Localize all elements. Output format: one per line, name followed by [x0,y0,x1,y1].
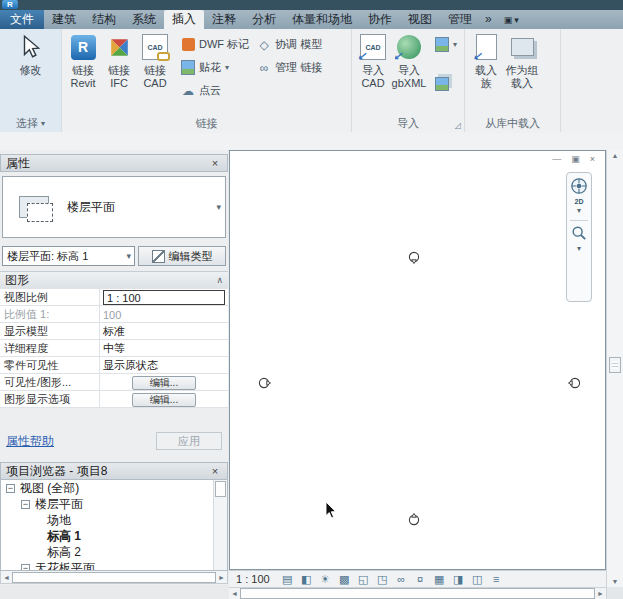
collapse-expander-icon[interactable]: − [21,500,30,509]
scrollbar-thumb[interactable] [12,572,216,583]
browser-horizontal-scrollbar[interactable]: ◄ ► [0,571,228,584]
manage-images-button[interactable] [435,72,457,91]
ribbon-display-toggle[interactable]: ▣ ▾ [500,10,523,29]
close-icon[interactable]: × [590,154,595,164]
tab-insert[interactable]: 插入 [164,10,204,29]
chevron-down-icon[interactable]: ▾ [216,202,221,212]
tab-analyze[interactable]: 分析 [244,10,284,29]
visibility-graphics-value: 编辑... [100,374,228,390]
scrollbar-thumb[interactable] [215,481,226,497]
canvas-horizontal-scrollbar[interactable]: ◄ ► [229,587,606,599]
coordination-model-button[interactable]: ◇ 协调 模型 [257,35,322,54]
browser-vertical-scrollbar[interactable] [213,480,227,570]
project-browser-header: 项目浏览器 - 项目8 × [0,462,228,480]
tab-overflow-chevron-icon[interactable]: » [480,10,497,29]
tab-structure[interactable]: 结构 [84,10,124,29]
temporary-hide-isolate-icon[interactable]: ∞ [394,572,409,587]
tree-item-floor-plans[interactable]: − 楼层平面 [1,496,227,512]
point-cloud-button[interactable]: ☁ 点云 [181,81,249,100]
zoom-button[interactable] [571,225,587,244]
scroll-left-icon[interactable]: ◄ [231,590,238,597]
temporary-view-properties-icon[interactable]: ▦ [432,572,447,587]
analytical-model-icon[interactable]: ◨ [451,572,466,587]
edit-visibility-button[interactable]: 编辑... [132,376,196,390]
tree-item-level-1[interactable]: 标高 1 [1,528,227,544]
tab-systems[interactable]: 系统 [124,10,164,29]
canvas-vertical-scrollbar[interactable]: ▲ ▼ [606,150,623,587]
elevation-marker-north[interactable] [406,250,422,266]
apply-button[interactable]: 应用 [156,432,222,450]
sun-path-icon[interactable]: ☀ [318,572,333,587]
scroll-down-icon[interactable]: ▼ [607,578,623,585]
link-ifc-button[interactable]: 链接 IFC [101,32,137,115]
import-gbxml-button[interactable]: ↙ 导入 gbXML [391,32,427,115]
wheel-options-caret-icon[interactable]: ▾ [577,207,581,215]
drawing-area[interactable]: — ▣ × 2D ▾ ▾ [229,150,606,570]
panel-label-select[interactable]: 选择 ▾ [0,115,61,132]
load-as-group-button[interactable]: 作为组 载入 [504,32,540,115]
shadows-icon[interactable]: ▩ [337,572,352,587]
scroll-up-icon[interactable]: ▲ [607,152,623,159]
reveal-constraints-icon[interactable]: ≡ [489,572,504,587]
show-crop-region-icon[interactable]: ◳ [375,572,390,587]
zoom-options-caret-icon[interactable]: ▾ [577,245,581,253]
link-cad-button[interactable]: CAD 链接 CAD [137,32,173,115]
tab-view[interactable]: 视图 [400,10,440,29]
import-cad-button[interactable]: CAD↙ 导入 CAD [355,32,391,115]
chain-link-icon [157,52,170,61]
titlebar: R [0,0,623,10]
decal-button[interactable]: 贴花 ▾ [181,58,249,77]
tree-item-level-2[interactable]: 标高 2 [1,544,227,560]
detail-level-value[interactable]: 中等 [100,340,228,356]
tree-item-ceiling-plans[interactable]: − 天花板平面 [1,560,227,571]
restore-icon[interactable]: ▣ [571,154,580,164]
tab-annotate[interactable]: 注释 [204,10,244,29]
manage-links-button[interactable]: ∞ 管理 链接 [257,58,322,77]
tab-collaborate[interactable]: 协作 [360,10,400,29]
link-revit-button[interactable]: R 链接 Revit [65,32,101,115]
scroll-left-icon[interactable]: ◄ [3,574,10,581]
visual-style-icon[interactable]: ◧ [299,572,314,587]
minimize-icon[interactable]: — [552,154,561,164]
scroll-right-icon[interactable]: ► [597,590,604,597]
tab-massing-site[interactable]: 体量和场地 [284,10,360,29]
instance-selector-dropdown[interactable]: 楼层平面: 标高 1 ▾ [2,246,135,266]
display-model-value[interactable]: 标准 [100,323,228,339]
close-icon[interactable]: × [208,465,222,477]
scrollbar-thumb[interactable] [240,588,595,599]
section-collapse-icon[interactable]: ∧ [216,275,223,285]
collapse-expander-icon[interactable]: − [6,484,15,493]
tree-item-site[interactable]: 场地 [1,512,227,528]
tab-architecture[interactable]: 建筑 [44,10,84,29]
tab-file[interactable]: 文件 [0,10,44,29]
scroll-right-icon[interactable]: ► [218,574,225,581]
tab-manage[interactable]: 管理 [440,10,480,29]
insert-image-button[interactable]: ▾ [435,35,457,54]
detail-level-icon[interactable]: ▤ [280,572,295,587]
edit-type-button[interactable]: 编辑类型 [138,246,226,266]
close-icon[interactable]: × [208,157,222,169]
displacement-sets-icon[interactable]: ◫ [470,572,485,587]
properties-help-link[interactable]: 属性帮助 [6,433,54,450]
import-panel-launcher-icon[interactable]: ◿ [455,121,461,130]
elevation-marker-west[interactable] [257,375,273,391]
parts-visibility-value[interactable]: 显示原状态 [100,357,228,373]
modify-button[interactable]: 修改 [3,32,58,115]
reveal-hidden-elements-icon[interactable]: ¤ [413,572,428,587]
row-view-scale: 视图比例 1 : 100 [0,289,228,306]
scrollbar-thumb[interactable] [609,357,621,373]
elevation-marker-east[interactable] [566,375,582,391]
load-family-button[interactable]: ↙ 载入 族 [468,32,504,115]
steering-wheel-button[interactable] [570,177,588,198]
type-selector[interactable]: 楼层平面 ▾ [2,176,226,238]
collapse-expander-icon[interactable]: − [21,564,30,572]
edit-graphic-display-button[interactable]: 编辑... [132,393,196,407]
view-scale-value[interactable]: 1 : 100 [100,289,228,305]
scale-control[interactable]: 1 : 100 [236,573,270,585]
elevation-marker-south[interactable] [406,511,422,527]
dwf-markup-button[interactable]: DWF 标记 [181,35,249,54]
tree-item-views[interactable]: − 视图 (全部) [1,480,227,496]
section-graphics[interactable]: 图形 ∧ [0,272,228,289]
crop-view-icon[interactable]: ◱ [356,572,371,587]
revit-logo-icon[interactable]: R [2,0,18,9]
